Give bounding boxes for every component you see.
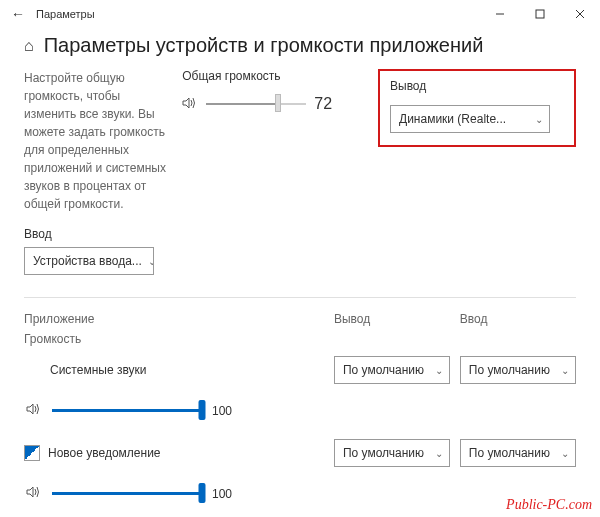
master-volume-label: Общая громкость — [182, 69, 370, 83]
system-input-dropdown[interactable]: По умолчанию ⌄ — [460, 356, 576, 384]
column-input: Ввод — [460, 312, 576, 326]
system-volume-row: 100 — [24, 402, 576, 419]
chevron-down-icon: ⌄ — [561, 365, 569, 376]
chevron-down-icon: ⌄ — [148, 256, 154, 267]
titlebar: ← Параметры — [0, 0, 600, 28]
page-content: ⌂ Параметры устройств и громкости прилож… — [0, 28, 600, 502]
system-volume-value: 100 — [212, 404, 232, 418]
column-app: Приложение — [24, 312, 334, 326]
notification-volume-row: 100 — [24, 485, 576, 502]
page-description: Настройте общую громкость, чтобы изменит… — [24, 69, 182, 213]
master-volume-slider[interactable] — [206, 103, 306, 105]
speaker-icon[interactable] — [26, 485, 42, 502]
input-label: Ввод — [24, 227, 576, 241]
output-device-dropdown[interactable]: Динамики (Realte... ⌄ — [390, 105, 550, 133]
output-label: Вывод — [390, 79, 558, 93]
chevron-down-icon: ⌄ — [535, 114, 543, 125]
input-block: Ввод Устройства ввода... ⌄ — [24, 227, 576, 275]
app-row-system: Системные звуки По умолчанию ⌄ По умолча… — [24, 356, 576, 384]
separator — [24, 297, 576, 298]
input-device-dropdown[interactable]: Устройства ввода... ⌄ — [24, 247, 154, 275]
page-header: ⌂ Параметры устройств и громкости прилож… — [24, 34, 576, 57]
output-device-value: Динамики (Realte... — [399, 112, 506, 126]
back-button[interactable]: ← — [8, 6, 28, 22]
chevron-down-icon: ⌄ — [435, 448, 443, 459]
column-volume: Громкость — [24, 332, 576, 346]
speaker-icon[interactable] — [26, 402, 42, 419]
chevron-down-icon: ⌄ — [561, 448, 569, 459]
page-title: Параметры устройств и громкости приложен… — [44, 34, 484, 57]
master-volume-value: 72 — [314, 95, 338, 113]
svg-rect-1 — [536, 10, 544, 18]
app-name-system: Системные звуки — [24, 363, 146, 377]
input-device-value: Устройства ввода... — [33, 254, 142, 268]
columns-header: Приложение Вывод Ввод — [24, 312, 576, 326]
system-output-dropdown[interactable]: По умолчанию ⌄ — [334, 356, 450, 384]
speaker-icon[interactable] — [182, 96, 198, 113]
watermark: Public-PC.com — [506, 497, 592, 513]
maximize-button[interactable] — [520, 0, 560, 28]
window-controls — [480, 0, 600, 28]
minimize-button[interactable] — [480, 0, 520, 28]
app-name-notification: Новое уведомление — [48, 446, 161, 460]
close-button[interactable] — [560, 0, 600, 28]
system-volume-slider[interactable] — [52, 409, 202, 412]
home-icon[interactable]: ⌂ — [24, 37, 34, 55]
app-row-notification: Новое уведомление По умолчанию ⌄ По умол… — [24, 439, 576, 467]
window-title: Параметры — [36, 8, 95, 20]
chevron-down-icon: ⌄ — [435, 365, 443, 376]
notification-icon — [24, 445, 40, 461]
notification-input-dropdown[interactable]: По умолчанию ⌄ — [460, 439, 576, 467]
notification-output-dropdown[interactable]: По умолчанию ⌄ — [334, 439, 450, 467]
master-volume-block: Общая громкость 72 — [182, 69, 370, 113]
notification-volume-value: 100 — [212, 487, 232, 501]
notification-volume-slider[interactable] — [52, 492, 202, 495]
column-output: Вывод — [334, 312, 460, 326]
output-block: Вывод Динамики (Realte... ⌄ — [378, 69, 576, 147]
highlight-box: Вывод Динамики (Realte... ⌄ — [378, 69, 576, 147]
